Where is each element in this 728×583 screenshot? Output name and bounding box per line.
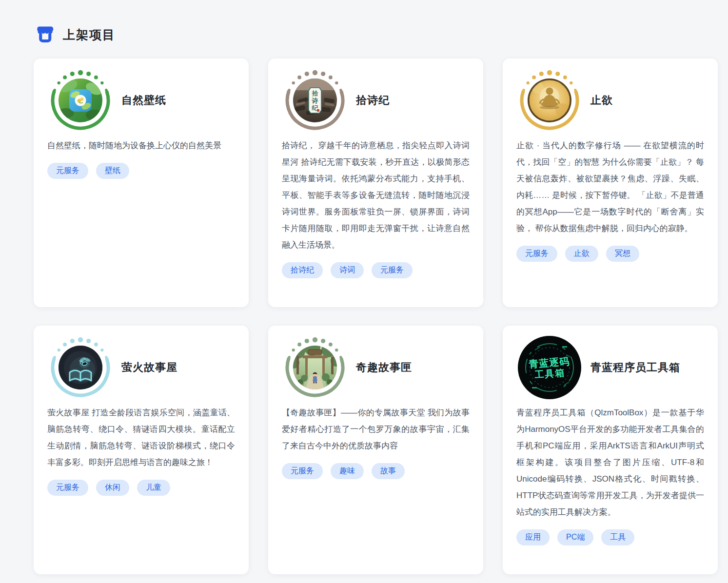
svg-text:拾: 拾 bbox=[312, 90, 319, 97]
tag-list: 拾诗纪 诗词 元服务 bbox=[282, 262, 470, 278]
project-card-zhiyu[interactable]: 止欲 止欲 · 当代人的数字修行场 —— 在欲望横流的时代，找回「空」的智慧 为… bbox=[503, 58, 718, 307]
tag: 元服务 bbox=[47, 163, 88, 179]
woven-texture-photo-icon: 拾 诗 纪 bbox=[293, 78, 337, 122]
project-card-shishiji[interactable]: 拾 诗 纪 拾诗纪 拾诗纪， 穿越千年的诗意栖息，指尖轻点即入诗词星河 拾诗纪无… bbox=[268, 58, 483, 307]
avatar-ring-icon bbox=[48, 335, 113, 400]
tag: 拾诗纪 bbox=[282, 262, 323, 278]
project-card-fun-story-box[interactable]: 奇趣故事匣 【奇趣故事匣】——你的专属故事天堂 我们为故事爱好者精心打造了一个包… bbox=[268, 326, 483, 574]
project-title: 奇趣故事匣 bbox=[356, 360, 412, 375]
project-card-firefly-story-house[interactable]: 萤火故事屋 萤火故事屋 打造全龄段语言娱乐空间，涵盖童话、脑筋急转弯、绕口令、猜… bbox=[34, 326, 249, 574]
project-title: 止欲 bbox=[590, 93, 613, 108]
project-description: 自然壁纸，随时随地为设备换上心仪的自然美景 bbox=[47, 137, 235, 154]
tag: 趣味 bbox=[331, 463, 364, 479]
tag-list: 元服务 休闲 儿童 bbox=[47, 480, 235, 496]
tag: 壁纸 bbox=[96, 163, 129, 179]
tag: 止欲 bbox=[565, 246, 598, 262]
leaf-photo-icon bbox=[57, 77, 104, 122]
svg-text:工具箱: 工具箱 bbox=[534, 368, 566, 380]
glowing-book-firefly-icon bbox=[59, 346, 102, 389]
tag-list: 元服务 趣味 故事 bbox=[282, 463, 470, 479]
tag: 故事 bbox=[372, 463, 405, 479]
tag-list: 元服务 止欲 冥想 bbox=[516, 246, 704, 262]
project-title: 拾诗纪 bbox=[356, 93, 390, 108]
tag: PC端 bbox=[557, 529, 593, 545]
fun-story-box-avatar bbox=[283, 335, 347, 400]
tag: 元服务 bbox=[516, 246, 557, 262]
shishiji-avatar: 拾 诗 纪 bbox=[283, 68, 347, 133]
nature-wallpaper-avatar bbox=[48, 68, 113, 133]
tag-list: 元服务 壁纸 bbox=[47, 163, 235, 179]
project-description: 萤火故事屋 打造全龄段语言娱乐空间，涵盖童话、脑筋急转弯、绕口令、猜谜语四大模块… bbox=[47, 405, 235, 471]
forest-child-illustration-icon bbox=[288, 339, 342, 389]
project-grid: 自然壁纸 自然壁纸，随时随地为设备换上心仪的自然美景 元服务 壁纸 bbox=[34, 58, 728, 574]
project-description: 青蓝程序员工具箱（QlzmToolBox）是一款基于华为HarmonyOS平台开… bbox=[516, 405, 704, 521]
qinglan-toolbox-avatar: 青蓝逐码 工具箱 bbox=[517, 335, 582, 400]
project-description: 拾诗纪， 穿越千年的诗意栖息，指尖轻点即入诗词星河 拾诗纪无需下载安装，秒开直达… bbox=[282, 137, 470, 253]
qinglan-toolbox-logo-icon: 青蓝逐码 工具箱 bbox=[517, 335, 582, 400]
tag: 元服务 bbox=[372, 262, 413, 278]
tag: 儿童 bbox=[137, 480, 170, 496]
avatar-ring-icon bbox=[48, 68, 113, 133]
tag: 元服务 bbox=[47, 480, 88, 496]
meditation-figure-icon bbox=[528, 78, 571, 122]
avatar-ring-icon bbox=[283, 335, 347, 400]
project-description: 【奇趣故事匣】——你的专属故事天堂 我们为故事爱好者精心打造了一个包罗万象的故事… bbox=[282, 405, 470, 454]
tag: 诗词 bbox=[331, 262, 364, 278]
project-title: 青蓝程序员工具箱 bbox=[590, 360, 680, 375]
avatar-ring-icon: 拾 诗 纪 bbox=[283, 68, 347, 133]
tag: 应用 bbox=[516, 529, 550, 545]
avatar-ring-icon bbox=[517, 68, 582, 133]
firefly-story-house-avatar bbox=[48, 335, 113, 400]
zhiyu-avatar bbox=[517, 68, 582, 133]
tag: 休闲 bbox=[96, 480, 129, 496]
project-title: 萤火故事屋 bbox=[121, 360, 177, 375]
listed-projects-page: 上架项目 bbox=[0, 0, 728, 574]
svg-text:诗: 诗 bbox=[312, 97, 318, 104]
project-description: 止欲 · 当代人的数字修行场 —— 在欲望横流的时代，找回「空」的智慧 为什么你… bbox=[516, 137, 704, 237]
page-header: 上架项目 bbox=[35, 25, 728, 44]
tag: 工具 bbox=[601, 529, 634, 545]
project-card-nature-wallpaper[interactable]: 自然壁纸 自然壁纸，随时随地为设备换上心仪的自然美景 元服务 壁纸 bbox=[34, 58, 249, 307]
tag-list: 应用 PC端 工具 bbox=[516, 529, 704, 545]
tag: 冥想 bbox=[606, 246, 639, 262]
storefront-icon bbox=[35, 25, 56, 44]
tag: 元服务 bbox=[282, 463, 323, 479]
project-title: 自然壁纸 bbox=[121, 93, 166, 108]
page-title: 上架项目 bbox=[63, 27, 116, 43]
project-card-qinglan-toolbox[interactable]: 青蓝逐码 工具箱 青蓝程序员工具箱 青蓝程序员工具箱（QlzmToolBox）是… bbox=[503, 326, 718, 574]
